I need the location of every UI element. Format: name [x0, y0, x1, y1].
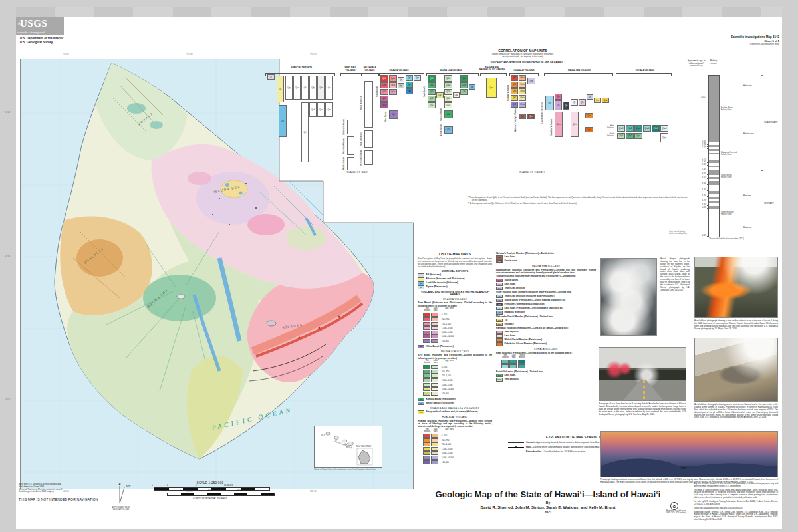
group-bracket — [379, 73, 424, 76]
matrix-row: 5,000–10,000 — [423, 334, 492, 339]
unit-box: QTp3 — [617, 133, 625, 139]
scale-end-label: 20 KILOMETERS — [237, 490, 253, 493]
correlation-footnote: ** A few exposures of unit Qp (Holocene,… — [468, 203, 688, 205]
scale-number: 0 — [167, 485, 168, 487]
unit-box: Qh2o — [519, 95, 526, 101]
matrix-cell — [509, 364, 517, 368]
matrix-age: 5,000–10,000 — [442, 456, 454, 459]
unit-box: Qhi — [389, 110, 398, 119]
unit-box: Qk1o — [444, 102, 452, 108]
era-bracket — [761, 75, 763, 171]
unit-box: QTpo — [660, 133, 668, 142]
hamakua-patch2 — [188, 172, 211, 185]
unit-swatch: Qhmv — [496, 331, 503, 334]
usgs-logo-text: USGS — [20, 18, 47, 29]
dept-interior: U.S. Department of the Interior — [20, 37, 63, 41]
matrix-cell — [423, 378, 430, 382]
group-header: WEST MAUI VOLCANO — [344, 67, 356, 72]
matrix-col-head: Tephra deposits — [518, 355, 526, 359]
lat-label: 19°30' — [5, 255, 10, 258]
unit-box: Qlo — [579, 99, 586, 106]
photo-ocean-entry — [600, 258, 657, 336]
unit-box: Qk4 — [428, 82, 436, 88]
unit-box: Qls — [279, 105, 287, 137]
unit-label: Five cones with hawaiitic composition — [505, 303, 545, 305]
matrix-age: >10,000 — [442, 340, 449, 342]
matrix-cell — [431, 365, 438, 369]
lon-label: 155°00' — [310, 54, 317, 57]
polarity-band — [709, 149, 719, 151]
unit-box: Qk1 — [428, 102, 436, 108]
unit-box: Qpd — [406, 88, 413, 94]
matrix-cell — [423, 365, 430, 369]
magnetic-north-label: MN — [126, 485, 131, 488]
unit-box: Qkv — [460, 75, 468, 82]
unit-box: QTp1 — [634, 133, 642, 139]
matrix-cell — [423, 313, 430, 317]
unit-swatch: af — [418, 273, 424, 277]
unit-box: Qhmv — [555, 112, 563, 137]
lon-label: 156°00' — [63, 54, 69, 57]
formation-label: Wa‘awa‘a Trachyte Member — [514, 107, 517, 132]
polarity-band — [709, 197, 719, 199]
matrix-header: Vent depositsLava flowsAge, years — [423, 360, 492, 364]
matrix-cell — [423, 434, 430, 438]
matrix-cell — [431, 339, 438, 343]
matrix-cell — [518, 360, 525, 364]
unit-box: Qwu — [585, 113, 593, 118]
unit-box: QTp2 — [626, 133, 634, 139]
matrix-row: 750–1,500 — [423, 321, 492, 326]
unit-box: Qh5 — [511, 75, 518, 81]
unit-box: Qh3o — [519, 88, 526, 94]
group-header: HALEAKALĀ VOLCANO — [364, 67, 376, 72]
unit-box: Qps — [406, 82, 413, 88]
scale-number: 15 — [223, 490, 225, 493]
unit-box: Qk2o — [444, 96, 452, 102]
group-bracket — [340, 73, 362, 76]
unit-box: Qa — [277, 76, 284, 102]
unit-label: Lava flows — [505, 283, 516, 285]
unit-row: QlytTephra-fall deposits — [496, 287, 596, 291]
matrix-cell — [423, 392, 430, 396]
era-label: TERTIARY — [764, 203, 774, 205]
group-header: KĪLAUEA VOLCANO — [389, 70, 408, 72]
unit-label: Hawaiitic lava flows — [505, 311, 525, 313]
unit-swatch: Qa — [418, 277, 424, 281]
matrix-cell — [431, 322, 438, 326]
tick-mark — [707, 205, 708, 206]
unit-label: Lava flows (Pleistocene)—Unit is mapped … — [505, 307, 563, 309]
symbol-name: Contact — [526, 441, 534, 444]
unit-row: QwuWaihū Glacial Member (Pleistocene) — [496, 338, 596, 342]
matrix-row: 3,000–5,000 — [423, 451, 492, 456]
tick-mark — [707, 148, 708, 149]
unit-box: Qmt — [594, 98, 601, 103]
matrix-cell — [431, 383, 438, 387]
logo-line: ISSN 2329-132X (online) — [666, 512, 693, 514]
symbol-desc: Paleoshoreline—Coastline before the 2018… — [526, 450, 585, 453]
unit-row: QwcScoria cone — [496, 259, 596, 263]
matrix-row: 200–750 — [423, 438, 492, 442]
units-section: SURFICIAL DEPOSITS — [418, 270, 492, 273]
geologic-map: PACIFIC OCEAN KOHALAMAUNA KEAHUALĀLAIMAU… — [20, 59, 414, 489]
matrix-header: Vent depositsLava flowsAge, years — [423, 308, 492, 312]
age-tick: 4.493 — [692, 196, 706, 198]
tick-mark — [707, 174, 708, 175]
scale-number: 10 — [208, 490, 210, 493]
unit-box: Qpc — [398, 83, 404, 88]
units-volcano: KĪLAUEA VOLCANO — [418, 298, 492, 301]
matrix-cell — [423, 451, 430, 455]
matrix-header: Vent depositsLava flowsTephra deposits — [501, 355, 596, 359]
unit-row: QhmvVent deposits — [496, 331, 596, 334]
unit-label: Nīnole Basalt (Pleistocene) — [426, 402, 454, 404]
inset-map: Hawaiian Islands MAP LOCATION — [314, 426, 382, 468]
matrix-row: 750–1,500 — [423, 374, 492, 378]
unit-box — [364, 130, 373, 148]
authors: David R. Sherrod, John M. Sinton, Sarah … — [415, 505, 681, 511]
matrix-cell — [423, 456, 430, 460]
unit-row: QtpTephra (Pleistocene) — [418, 285, 492, 289]
hawi-patch2 — [150, 121, 163, 129]
matrix-cell — [501, 360, 509, 364]
unit-row: QmoOutwash — [496, 323, 596, 327]
map-sheet: ≋ USGS science for a changing world U.S.… — [16, 7, 782, 529]
unit-paragraph: Hāwī Volcanics (Pleistocene)—Divided acc… — [496, 352, 596, 354]
